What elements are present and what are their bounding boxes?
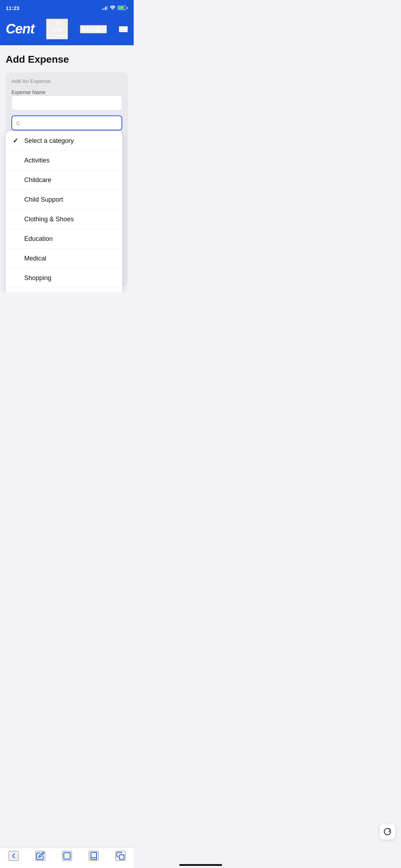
status-icons: ⚡ [102, 5, 128, 11]
category-dropdown-menu: ✓ Select a category ✓ Activities ✓ Child… [6, 131, 122, 292]
dropdown-item-childcare[interactable]: ✓ Childcare [6, 170, 122, 190]
svg-point-0 [97, 27, 99, 29]
category-dropdown-trigger[interactable]: C [11, 115, 122, 130]
dropdown-item-label: Shopping [24, 274, 51, 282]
dropdown-item-label: Medical [24, 255, 46, 262]
user-profile-button[interactable]: John ▼ [80, 25, 107, 33]
status-time: 11:23 [6, 5, 19, 11]
user-icon [94, 26, 102, 33]
dropdown-item-label: Activities [24, 157, 50, 164]
page-content: Add Expense Add An Expense Expense Name … [0, 45, 134, 292]
dropdown-item-label: Clothing & Shoes [24, 216, 74, 223]
signal-icon [102, 6, 108, 10]
hamburger-line-1 [119, 27, 127, 27]
expense-name-field-group: Expense Name [11, 89, 122, 115]
check-icon: ✓ [13, 137, 20, 145]
app-header: Cent ⊕ AddExpense John ▼ [0, 16, 134, 45]
dropdown-item-label: Education [24, 235, 53, 243]
dropdown-item-medical[interactable]: ✓ Medical [6, 249, 122, 268]
page-title: Add Expense [6, 54, 128, 65]
dropdown-item-education[interactable]: ✓ Education [6, 229, 122, 249]
hamburger-line-3 [119, 31, 127, 32]
expense-name-label: Expense Name [11, 89, 46, 95]
add-expense-nav-button[interactable]: ⊕ AddExpense [46, 19, 68, 40]
expense-name-input[interactable] [11, 95, 122, 110]
wifi-icon [110, 5, 115, 11]
dropdown-item-activities[interactable]: ✓ Activities [6, 151, 122, 170]
battery-icon: ⚡ [118, 6, 128, 10]
dropdown-item-clothing-shoes[interactable]: ✓ Clothing & Shoes [6, 210, 122, 229]
hamburger-menu-button[interactable] [119, 26, 128, 32]
dropdown-item-child-support[interactable]: ✓ Child Support [6, 190, 122, 210]
dropdown-item-shopping[interactable]: ✓ Shopping [6, 268, 122, 288]
dropdown-item-transportation[interactable]: ✓ Transportation [6, 288, 122, 292]
dropdown-item-label: Child Support [24, 196, 63, 203]
hamburger-line-2 [119, 29, 127, 30]
form-section-title: Add An Expense [11, 78, 122, 84]
dropdown-item-select-category[interactable]: ✓ Select a category [6, 131, 122, 151]
category-dropdown-container: C ✓ Select a category ✓ Activities ✓ Chi… [11, 115, 122, 130]
app-logo: Cent [6, 21, 34, 37]
user-name: John [81, 26, 93, 32]
add-expense-nav-label: AddExpense [47, 27, 67, 39]
dropdown-item-label: Childcare [24, 176, 51, 184]
add-circle-icon: ⊕ [55, 19, 60, 26]
chevron-down-icon: ▼ [103, 27, 107, 31]
category-selected-label: C [16, 120, 20, 126]
status-bar: 11:23 ⚡ [0, 0, 134, 16]
dropdown-item-label: Select a category [24, 137, 74, 145]
add-expense-form-card: Add An Expense Expense Name C ✓ Select a… [6, 72, 128, 286]
